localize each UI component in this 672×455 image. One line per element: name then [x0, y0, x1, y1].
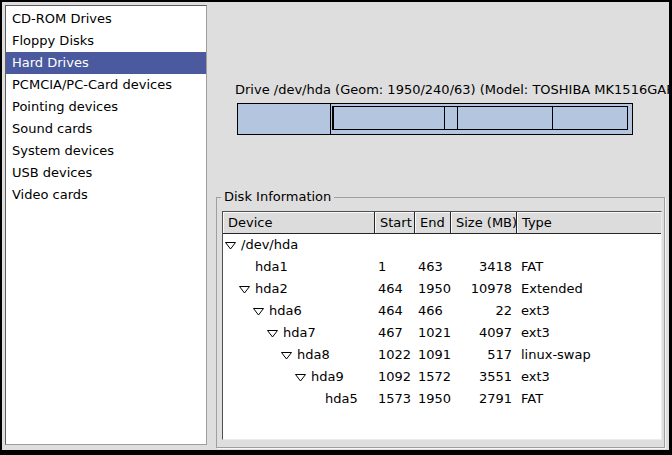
start-cell: 1 [375, 256, 415, 278]
device-cell: hda9 [223, 366, 375, 388]
end-cell: 1021 [415, 322, 451, 344]
size-cell: 22 [451, 300, 517, 322]
column-header-type[interactable]: Type [517, 212, 661, 234]
table-row-hda6[interactable]: hda646446622ext3 [223, 300, 661, 322]
sidebar-item-pointing-devices[interactable]: Pointing devices [6, 96, 206, 118]
sidebar-item-system-devices[interactable]: System devices [6, 140, 206, 162]
partition-segment-hda1 [237, 103, 331, 135]
device-cell: hda8 [223, 344, 375, 366]
partition-segment-hda7 [333, 106, 444, 130]
type-cell: linux-swap [517, 344, 661, 366]
size-cell: 517 [451, 344, 517, 366]
table-row-dev-hda[interactable]: /dev/hda [223, 234, 661, 256]
start-cell: 467 [375, 322, 415, 344]
device-cell: /dev/hda [223, 234, 375, 256]
table-body: /dev/hdahda114633418FAThda2464195010978E… [223, 234, 661, 410]
device-label: hda7 [283, 322, 316, 344]
drive-geometry-label: Drive /dev/hda (Geom: 1950/240/63) (Mode… [235, 82, 636, 97]
sidebar-item-floppy-disks[interactable]: Floppy Disks [6, 30, 206, 52]
size-cell: 10978 [451, 278, 517, 300]
end-cell: 1950 [415, 388, 451, 410]
column-header-size-mb[interactable]: Size (MB) [451, 212, 517, 234]
type-cell: ext3 [517, 300, 661, 322]
end-cell: 466 [415, 300, 451, 322]
size-cell [451, 234, 517, 256]
type-cell: ext3 [517, 366, 661, 388]
expander-open-icon[interactable] [225, 241, 236, 250]
device-label: hda5 [325, 388, 358, 410]
column-header-end[interactable]: End [415, 212, 451, 234]
end-cell: 1950 [415, 278, 451, 300]
expander-open-icon[interactable] [281, 351, 292, 360]
table-row-hda7[interactable]: hda746710214097ext3 [223, 322, 661, 344]
device-label: hda1 [255, 256, 288, 278]
table-row-hda5[interactable]: hda5157319502791FAT [223, 388, 661, 410]
device-cell: hda6 [223, 300, 375, 322]
partition-segment-hda2 [330, 103, 633, 135]
end-cell: 1572 [415, 366, 451, 388]
type-cell: FAT [517, 388, 661, 410]
device-cell: hda5 [223, 388, 375, 410]
table-row-hda8[interactable]: hda810221091517linux-swap [223, 344, 661, 366]
expander-open-icon[interactable] [253, 307, 264, 316]
end-cell [415, 234, 451, 256]
sidebar-item-sound-cards[interactable]: Sound cards [6, 118, 206, 140]
type-cell: Extended [517, 278, 661, 300]
size-cell: 2791 [451, 388, 517, 410]
table-row-hda1[interactable]: hda114633418FAT [223, 256, 661, 278]
start-cell: 1573 [375, 388, 415, 410]
device-label: hda8 [297, 344, 330, 366]
sidebar-item-hard-drives[interactable]: Hard Drives [6, 52, 206, 74]
size-cell: 3418 [451, 256, 517, 278]
type-cell [517, 234, 661, 256]
partition-segment-hda9 [457, 106, 554, 130]
table-row-hda2[interactable]: hda2464195010978Extended [223, 278, 661, 300]
sidebar-item-video-cards[interactable]: Video cards [6, 184, 206, 206]
start-cell: 1022 [375, 344, 415, 366]
disk-information-table: DeviceStartEndSize (MB)Type /dev/hdahda1… [222, 211, 662, 440]
table-row-hda9[interactable]: hda9109215723551ext3 [223, 366, 661, 388]
device-label: /dev/hda [241, 234, 298, 256]
device-label: hda2 [255, 278, 288, 300]
device-label: hda6 [269, 300, 302, 322]
column-header-device[interactable]: Device [223, 212, 375, 234]
partition-segment-hda5 [552, 106, 628, 130]
start-cell: 464 [375, 300, 415, 322]
disk-information-frame: Disk Information DeviceStartEndSize (MB)… [216, 197, 665, 448]
table-header-row: DeviceStartEndSize (MB)Type [223, 212, 661, 234]
device-category-list[interactable]: CD-ROM DrivesFloppy DisksHard DrivesPCMC… [5, 5, 207, 445]
expander-open-icon[interactable] [239, 285, 250, 294]
device-cell: hda2 [223, 278, 375, 300]
size-cell: 3551 [451, 366, 517, 388]
end-cell: 1091 [415, 344, 451, 366]
sidebar-item-cd-rom-drives[interactable]: CD-ROM Drives [6, 8, 206, 30]
sidebar-item-usb-devices[interactable]: USB devices [6, 162, 206, 184]
device-cell: hda1 [223, 256, 375, 278]
partition-segment-hda8 [444, 106, 458, 130]
expander-open-icon[interactable] [295, 373, 306, 382]
start-cell: 464 [375, 278, 415, 300]
expander-open-icon[interactable] [267, 329, 278, 338]
start-cell: 1092 [375, 366, 415, 388]
disk-information-frame-label: Disk Information [221, 189, 334, 205]
partition-bar [237, 103, 634, 135]
type-cell: ext3 [517, 322, 661, 344]
column-header-start[interactable]: Start [375, 212, 415, 234]
device-cell: hda7 [223, 322, 375, 344]
type-cell: FAT [517, 256, 661, 278]
start-cell [375, 234, 415, 256]
size-cell: 4097 [451, 322, 517, 344]
end-cell: 463 [415, 256, 451, 278]
device-label: hda9 [311, 366, 344, 388]
hardware-browser-window: CD-ROM DrivesFloppy DisksHard DrivesPCMC… [0, 0, 672, 455]
sidebar-item-pcmcia-pc-card-devices[interactable]: PCMCIA/PC-Card devices [6, 74, 206, 96]
